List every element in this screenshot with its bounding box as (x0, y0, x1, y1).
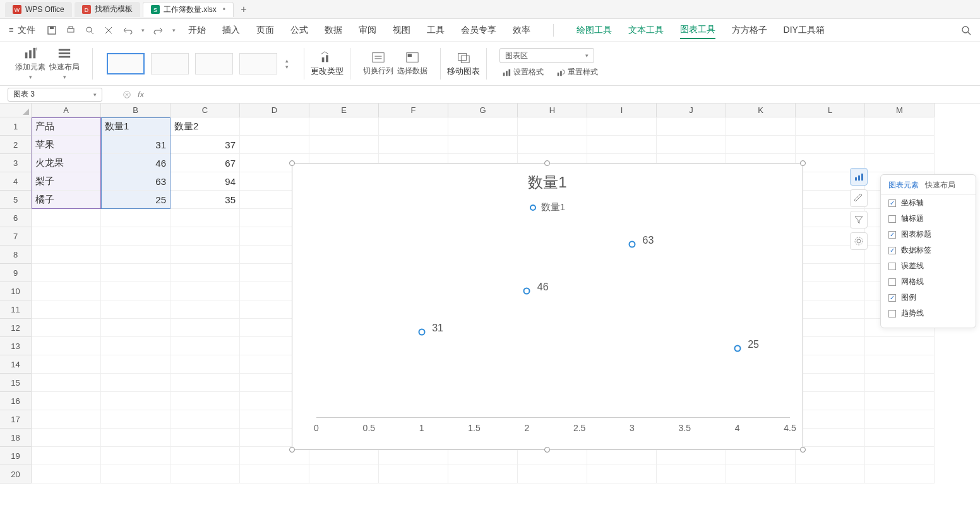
panel-checkbox-item[interactable]: 误差线 (881, 258, 976, 274)
resize-handle[interactable] (800, 160, 806, 166)
chart-elements-button[interactable] (850, 168, 868, 186)
cell[interactable] (101, 264, 170, 282)
chart-style-1[interactable] (107, 53, 145, 74)
file-menu[interactable]: 文件 (18, 22, 35, 39)
cell[interactable]: 数量1 (101, 117, 170, 136)
row-header[interactable]: 8 (0, 246, 32, 264)
row-header[interactable]: 11 (0, 300, 32, 319)
cell[interactable] (865, 117, 935, 136)
panel-tab-elements[interactable]: 图表元素 (888, 180, 919, 191)
set-format-button[interactable]: 设置格式 (499, 66, 546, 79)
cell[interactable] (726, 465, 796, 483)
cell[interactable] (101, 282, 170, 300)
cell[interactable] (101, 374, 170, 392)
resize-handle[interactable] (800, 447, 806, 453)
panel-checkbox-item[interactable]: ✓数据标签 (881, 242, 976, 258)
search-icon[interactable] (961, 25, 971, 35)
cell[interactable] (865, 392, 935, 410)
cell[interactable] (865, 410, 935, 429)
cell[interactable] (170, 429, 240, 447)
quick-layout-button[interactable]: 快速布局 ▾ (49, 47, 80, 80)
undo-icon[interactable] (122, 25, 133, 35)
cell[interactable] (170, 465, 240, 483)
cell[interactable]: 火龙果 (32, 154, 101, 172)
redo-chevron-icon[interactable]: ▾ (172, 27, 176, 33)
cell[interactable] (32, 300, 101, 319)
cell[interactable] (170, 337, 240, 355)
checkbox[interactable]: ✓ (888, 231, 896, 239)
checkbox[interactable]: ✓ (888, 294, 896, 302)
cell[interactable] (309, 117, 379, 136)
row-header[interactable]: 3 (0, 154, 32, 172)
cell[interactable] (448, 465, 518, 483)
row-header[interactable]: 17 (0, 410, 32, 429)
tab-page[interactable]: 页面 (256, 22, 274, 39)
cell[interactable] (796, 319, 865, 337)
cell[interactable] (240, 465, 309, 483)
tab-formula[interactable]: 公式 (290, 22, 308, 39)
cell[interactable] (170, 410, 240, 429)
row-header[interactable]: 6 (0, 209, 32, 227)
row-header[interactable]: 15 (0, 374, 32, 392)
cell[interactable] (101, 209, 170, 227)
cell[interactable] (518, 136, 587, 154)
column-header[interactable]: C (170, 104, 240, 117)
cell[interactable] (865, 465, 935, 483)
cell[interactable] (170, 319, 240, 337)
cell[interactable] (240, 117, 309, 136)
column-header[interactable]: H (518, 104, 587, 117)
chart-style-4[interactable] (239, 53, 277, 74)
app-tab-workbook[interactable]: S 工作簿数量.xlsx • (143, 2, 234, 17)
embedded-chart[interactable]: 数量1 数量1 00.511.522.533.544.531466325 (292, 163, 803, 450)
cell[interactable] (32, 465, 101, 483)
row-header[interactable]: 10 (0, 282, 32, 300)
cell[interactable]: 橘子 (32, 191, 101, 209)
cell[interactable] (101, 355, 170, 374)
cell[interactable] (101, 337, 170, 355)
resize-handle[interactable] (289, 447, 295, 453)
select-data-button[interactable]: 选择数据 (397, 50, 427, 76)
cell[interactable] (518, 465, 587, 483)
chart-plot-area[interactable]: 00.511.522.533.544.531466325 (316, 227, 790, 418)
cell[interactable] (32, 374, 101, 392)
cell[interactable] (796, 447, 865, 465)
cell[interactable] (587, 117, 657, 136)
cell[interactable] (101, 392, 170, 410)
chart-style-2[interactable] (151, 53, 189, 74)
tab-review[interactable]: 审阅 (359, 22, 376, 39)
data-point[interactable]: 63 (629, 240, 636, 249)
row-header[interactable]: 4 (0, 172, 32, 191)
column-header[interactable]: D (240, 104, 309, 117)
panel-checkbox-item[interactable]: ✓图表标题 (881, 227, 976, 242)
cell[interactable] (726, 136, 796, 154)
save-icon[interactable] (47, 25, 57, 35)
cell[interactable] (32, 410, 101, 429)
cell[interactable]: 31 (101, 136, 170, 154)
row-header[interactable]: 7 (0, 227, 32, 246)
cell[interactable] (796, 337, 865, 355)
tab-chart-tools[interactable]: 图表工具 (680, 21, 715, 39)
cell[interactable] (101, 246, 170, 264)
cell[interactable] (32, 264, 101, 282)
data-point[interactable]: 25 (734, 345, 741, 354)
cell[interactable] (796, 392, 865, 410)
cell[interactable] (379, 117, 448, 136)
cell[interactable] (240, 136, 309, 154)
cell[interactable] (32, 246, 101, 264)
panel-checkbox-item[interactable]: 网格线 (881, 274, 976, 290)
panel-tab-layout[interactable]: 快速布局 (925, 180, 955, 191)
cell[interactable] (101, 410, 170, 429)
column-header[interactable]: K (726, 104, 796, 117)
cell[interactable] (796, 300, 865, 319)
tab-tools[interactable]: 工具 (427, 22, 445, 39)
cell[interactable] (32, 392, 101, 410)
checkbox[interactable]: ✓ (888, 199, 896, 207)
cell[interactable] (796, 374, 865, 392)
cell[interactable] (170, 282, 240, 300)
cell[interactable] (32, 319, 101, 337)
cell[interactable] (32, 429, 101, 447)
panel-checkbox-item[interactable]: ✓坐标轴 (881, 195, 976, 211)
cell[interactable] (796, 429, 865, 447)
cell[interactable] (101, 429, 170, 447)
move-chart-button[interactable]: 移动图表 (447, 50, 480, 77)
